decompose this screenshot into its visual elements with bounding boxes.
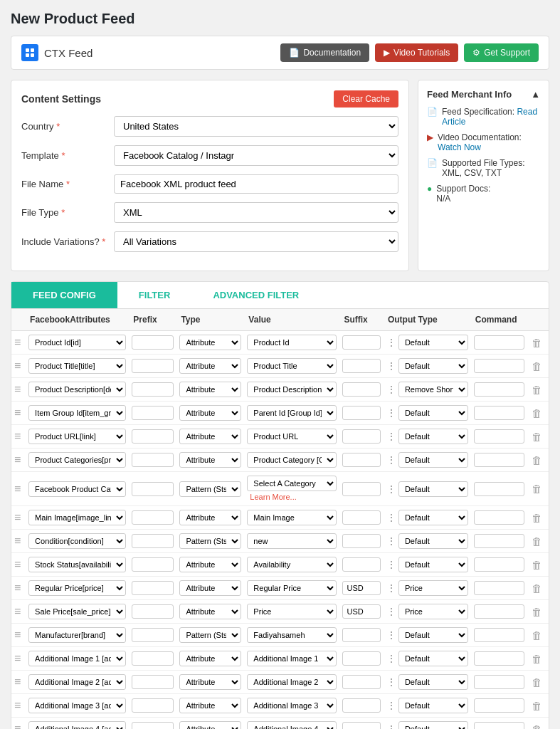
suffix-input[interactable]	[342, 557, 380, 572]
delete-row-button[interactable]: 🗑	[530, 382, 544, 397]
output-type-select[interactable]: Price	[398, 604, 468, 619]
drag-handle[interactable]: ≡	[11, 472, 26, 506]
command-input[interactable]	[474, 675, 524, 689]
fb-attribute-select[interactable]: Manufacturer[brand]	[28, 627, 126, 643]
fb-attribute-select[interactable]: Product Id[id]	[28, 335, 126, 350]
prefix-input[interactable]	[132, 482, 174, 496]
prefix-input[interactable]	[132, 557, 174, 572]
command-input[interactable]	[474, 382, 524, 397]
suffix-input[interactable]	[342, 453, 380, 467]
drag-handle[interactable]: ≡	[11, 506, 26, 530]
tab-feed-config[interactable]: FEED CONFIG	[11, 282, 117, 308]
prefix-input[interactable]	[132, 335, 174, 350]
output-type-select[interactable]: Default	[398, 429, 468, 444]
delete-row-button[interactable]: 🗑	[530, 406, 544, 421]
video-tutorials-button[interactable]: ▶ Video Tutorials	[375, 43, 458, 62]
command-input[interactable]	[474, 557, 524, 572]
type-select[interactable]: Attribute	[179, 674, 241, 690]
delete-row-button[interactable]: 🗑	[530, 359, 544, 374]
prefix-input[interactable]	[132, 698, 174, 713]
type-select[interactable]: Pattern (Sts	[179, 533, 241, 549]
fb-attribute-select[interactable]: Additional Image 2 [ad	[28, 674, 126, 690]
prefix-input[interactable]	[132, 722, 174, 729]
drag-handle[interactable]: ≡	[11, 331, 26, 355]
suffix-input[interactable]	[342, 359, 380, 373]
value-select[interactable]: Product URL	[247, 429, 337, 444]
type-select[interactable]: Attribute	[179, 382, 241, 397]
prefix-input[interactable]	[132, 429, 174, 444]
value-select[interactable]: Additional Image 4	[247, 721, 337, 729]
value-select[interactable]: Main Image	[247, 510, 337, 525]
fb-attribute-select[interactable]: Regular Price[price]	[28, 580, 126, 596]
fb-attribute-select[interactable]: Main Image[image_link	[28, 510, 126, 525]
suffix-input[interactable]	[342, 482, 380, 496]
fb-attribute-select[interactable]: Product Description[de	[28, 382, 126, 397]
drag-handle[interactable]: ≡	[11, 600, 26, 624]
delete-row-button[interactable]: 🗑	[530, 604, 544, 619]
suffix-input[interactable]	[342, 382, 380, 397]
prefix-input[interactable]	[132, 359, 174, 373]
value-select[interactable]: Parent Id [Group Id]	[247, 405, 337, 421]
suffix-input[interactable]	[342, 651, 380, 666]
fb-attribute-select[interactable]: Product Title[title]	[28, 358, 126, 374]
value-select[interactable]: Additional Image 3	[247, 698, 337, 713]
suffix-input[interactable]	[342, 534, 380, 548]
type-select[interactable]: Attribute	[179, 358, 241, 374]
delete-row-button[interactable]: 🗑	[530, 481, 544, 496]
suffix-input[interactable]	[342, 429, 380, 444]
suffix-input[interactable]	[342, 604, 380, 619]
prefix-input[interactable]	[132, 534, 174, 548]
delete-row-button[interactable]: 🗑	[530, 675, 544, 690]
delete-row-button[interactable]: 🗑	[530, 335, 544, 350]
type-select[interactable]: Attribute	[179, 651, 241, 666]
command-input[interactable]	[474, 453, 524, 467]
type-select[interactable]: Attribute	[179, 721, 241, 729]
command-input[interactable]	[474, 722, 524, 729]
delete-row-button[interactable]: 🗑	[530, 581, 544, 596]
delete-row-button[interactable]: 🗑	[530, 534, 544, 549]
prefix-input[interactable]	[132, 675, 174, 689]
drag-handle[interactable]: ≡	[11, 425, 26, 449]
value-select[interactable]: Product Description	[247, 382, 337, 397]
collapse-icon[interactable]: ▲	[531, 89, 540, 100]
fb-attribute-select[interactable]: Condition[condition]	[28, 533, 126, 549]
drag-handle[interactable]: ≡	[11, 718, 26, 730]
output-type-select[interactable]: Default	[398, 481, 468, 497]
variations-select[interactable]: All Variations	[114, 231, 398, 252]
drag-handle[interactable]: ≡	[11, 530, 26, 553]
drag-handle[interactable]: ≡	[11, 624, 26, 647]
type-select[interactable]: Attribute	[179, 510, 241, 525]
output-type-select[interactable]: Default	[398, 533, 468, 549]
delete-row-button[interactable]: 🗑	[530, 651, 544, 666]
documentation-button[interactable]: 📄 Documentation	[280, 43, 369, 62]
drag-handle[interactable]: ≡	[11, 647, 26, 671]
type-select[interactable]: Attribute	[179, 604, 241, 619]
command-input[interactable]	[474, 628, 524, 642]
command-input[interactable]	[474, 534, 524, 548]
prefix-input[interactable]	[132, 581, 174, 595]
output-type-select[interactable]: Default	[398, 651, 468, 666]
suffix-input[interactable]	[342, 698, 380, 713]
get-support-button[interactable]: ⚙ Get Support	[464, 43, 539, 62]
command-input[interactable]	[474, 698, 524, 713]
command-input[interactable]	[474, 651, 524, 666]
fb-attribute-select[interactable]: Product URL[link]	[28, 429, 126, 444]
output-type-select[interactable]: Default	[398, 627, 468, 643]
output-type-select[interactable]: Default	[398, 721, 468, 729]
output-type-select[interactable]: Price	[398, 580, 468, 596]
command-input[interactable]	[474, 581, 524, 595]
type-select[interactable]: Attribute	[179, 557, 241, 572]
suffix-input[interactable]	[342, 581, 380, 595]
command-input[interactable]	[474, 482, 524, 496]
command-input[interactable]	[474, 335, 524, 350]
value-select[interactable]: Product Title	[247, 358, 337, 374]
fb-attribute-select[interactable]: Facebook Product Cate	[28, 481, 126, 497]
drag-handle[interactable]: ≡	[11, 553, 26, 577]
value-select[interactable]: Additional Image 1	[247, 651, 337, 666]
value-select[interactable]: Fadiyahsameh	[247, 627, 337, 643]
drag-handle[interactable]: ≡	[11, 694, 26, 718]
value-select[interactable]: Product Category [Ca	[247, 452, 337, 468]
filetype-select[interactable]: XML	[114, 202, 398, 223]
prefix-input[interactable]	[132, 453, 174, 467]
delete-row-button[interactable]: 🗑	[530, 557, 544, 572]
